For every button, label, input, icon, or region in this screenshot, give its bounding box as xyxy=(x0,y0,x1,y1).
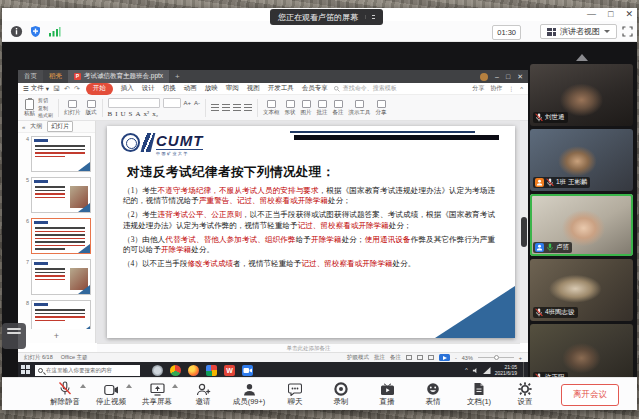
sorter-view-icon[interactable] xyxy=(417,355,423,360)
font-name-select[interactable] xyxy=(108,98,160,108)
video-tile-1班 王彬麟[interactable]: 1班 王彬麟 xyxy=(530,129,633,191)
slide-thumbnail-6[interactable]: 6 xyxy=(22,218,91,254)
format-I-button[interactable]: I xyxy=(115,110,117,118)
start-button[interactable] xyxy=(21,365,31,375)
add-slide-button[interactable]: + xyxy=(18,331,95,341)
info-icon[interactable] xyxy=(10,25,23,38)
slide-thumbnail-4[interactable]: 4 xyxy=(22,136,91,172)
tab-slides[interactable]: 幻灯片 xyxy=(47,121,73,132)
tab-outline[interactable]: 大纲 xyxy=(30,122,42,131)
ribbon-备注[interactable]: 备注 xyxy=(333,100,344,116)
ribbon-tab-设计[interactable]: 设计 xyxy=(142,84,155,93)
slide-thumbnail-7[interactable]: 7 xyxy=(22,259,91,295)
ribbon-tab-视图[interactable]: 视图 xyxy=(247,84,260,93)
ribbon-版式[interactable]: 版式 xyxy=(86,100,97,116)
font-decrease-button[interactable]: A- xyxy=(194,100,200,106)
minimize-button[interactable]: — xyxy=(587,10,596,19)
toolbar-设置[interactable]: 设置 xyxy=(502,381,548,407)
ribbon-复制[interactable]: 复制 xyxy=(38,105,53,111)
read-view-icon[interactable] xyxy=(428,355,434,360)
taskbar-clock[interactable]: 21:05 2021/6/19 xyxy=(495,364,517,376)
toolbar-录制[interactable]: 录制 xyxy=(318,381,364,407)
chevron-up-icon[interactable] xyxy=(80,384,86,388)
wps-docer-tab[interactable]: 稻壳 xyxy=(43,70,68,83)
font-increase-button[interactable]: A+ xyxy=(184,100,192,106)
ribbon-tab-切换[interactable]: 切换 xyxy=(163,84,176,93)
ribbon-tab-开发工具[interactable]: 开发工具 xyxy=(268,84,294,93)
font-size-select[interactable] xyxy=(163,98,181,108)
ribbon-文本框[interactable]: 文本框 xyxy=(263,100,280,116)
ribbon-search[interactable]: 查找命令、搜索模板 xyxy=(334,84,397,93)
toolbar-直播[interactable]: 直播 xyxy=(364,381,410,407)
leave-meeting-button[interactable]: 离开会议 xyxy=(561,384,619,406)
toolbar-聊天[interactable]: 聊天 xyxy=(272,381,318,407)
ribbon-tab-放映[interactable]: 放映 xyxy=(205,84,218,93)
video-tile-刘世通[interactable]: 刘世通 xyxy=(530,64,633,126)
wps-home-tab[interactable]: 首页 xyxy=(18,70,43,83)
format-x₂-button[interactable]: x₂ xyxy=(152,110,158,118)
banner-menu-icon[interactable] xyxy=(365,15,375,19)
chevron-up-icon[interactable] xyxy=(172,384,178,388)
format-U-button[interactable]: U xyxy=(121,110,126,118)
video-tile-卢笛[interactable]: 卢笛 xyxy=(530,194,633,256)
collapse-ribbon-icon[interactable]: ^ xyxy=(520,86,523,92)
chrome-icon[interactable] xyxy=(170,365,181,376)
tray-network-icon[interactable] xyxy=(483,367,491,374)
firefox-icon[interactable] xyxy=(188,365,199,376)
fullscreen-icon[interactable] xyxy=(622,26,633,37)
collapse-panel-button[interactable]: « xyxy=(22,124,25,130)
meeting-icon[interactable] xyxy=(242,365,253,376)
ribbon-演示工具[interactable]: 演示工具 xyxy=(349,100,371,116)
slideshow-play-button[interactable] xyxy=(439,354,450,361)
ribbon-分享[interactable]: 分享 xyxy=(376,100,387,116)
ribbon-批注[interactable]: 批注 xyxy=(317,100,328,116)
wps-minimize-button[interactable]: – xyxy=(495,73,499,80)
ribbon-tab-会员专享[interactable]: 会员专享 xyxy=(302,84,328,93)
taskbar-search[interactable]: 在这里输入你要搜索的内容 xyxy=(35,365,140,376)
toolbar-成员(99+)[interactable]: 成员(99+) xyxy=(226,381,272,407)
collapse-strip-up-icon[interactable] xyxy=(576,54,588,61)
ribbon-tab-动画[interactable]: 动画 xyxy=(184,84,197,93)
zoom-slider[interactable] xyxy=(478,357,514,358)
save-icon[interactable]: 🖫 xyxy=(53,85,60,92)
toolbar-文档(1)[interactable]: 文档(1) xyxy=(456,381,502,407)
close-button[interactable]: ✕ xyxy=(625,10,633,19)
tray-caret-icon[interactable]: ^ xyxy=(465,367,468,373)
format-S-button[interactable]: S xyxy=(129,110,133,118)
cortana-icon[interactable] xyxy=(152,365,163,376)
more-icon[interactable]: ⋮ xyxy=(508,85,514,92)
share-menu[interactable]: 分享 xyxy=(472,84,484,93)
ribbon-形状[interactable]: 形状 xyxy=(285,100,296,116)
ribbon-tab-审阅[interactable]: 审阅 xyxy=(226,84,239,93)
wps-document-tab[interactable]: P 考试诚信教育主题班会.pptx xyxy=(68,70,169,83)
ribbon-剪切[interactable]: 剪切 xyxy=(38,97,53,103)
ribbon-格式刷[interactable]: 格式刷 xyxy=(38,112,53,118)
ribbon-tab-插入[interactable]: 插入 xyxy=(121,84,134,93)
toolbar-停止视频[interactable]: 停止视频 xyxy=(88,381,134,407)
toolbar-共享屏幕[interactable]: 共享屏幕 xyxy=(134,381,180,407)
shield-icon[interactable] xyxy=(29,25,42,38)
notes-placeholder[interactable]: 单击此处添加备注 xyxy=(97,343,520,352)
normal-view-icon[interactable] xyxy=(406,355,412,360)
notes-toggle[interactable]: 备注 xyxy=(390,354,401,361)
eye-mode-toggle[interactable]: 护眼模式 xyxy=(347,354,369,361)
format-B-button[interactable]: B xyxy=(108,110,113,118)
wps-maximize-button[interactable]: □ xyxy=(506,73,510,80)
canvas-scrollbar[interactable] xyxy=(520,121,528,343)
file-menu[interactable]: ☰ 文件 ▾ xyxy=(23,84,49,93)
photos-icon[interactable] xyxy=(206,365,217,376)
toolbar-表情[interactable]: 表情 xyxy=(410,381,456,407)
toolbar-解除静音[interactable]: 解除静音 xyxy=(42,381,88,407)
show-desktop-button[interactable] xyxy=(523,362,525,378)
wps-new-tab-button[interactable]: + xyxy=(169,70,186,83)
video-tile-4班陶志骏[interactable]: 4班陶志骏 xyxy=(530,259,633,321)
comments-toggle[interactable]: 批注 xyxy=(374,354,385,361)
maximize-button[interactable]: □ xyxy=(608,10,613,19)
ribbon-图片[interactable]: 图片 xyxy=(301,100,312,116)
wps-close-button[interactable]: ✕ xyxy=(517,73,523,81)
ribbon-幻灯片[interactable]: 幻灯片 xyxy=(64,100,81,116)
paste-button[interactable]: 粘贴 xyxy=(24,99,35,117)
annotation-float-widget[interactable] xyxy=(2,323,26,349)
wps-icon[interactable]: W xyxy=(224,365,235,376)
paragraph-align-group[interactable] xyxy=(211,104,252,111)
